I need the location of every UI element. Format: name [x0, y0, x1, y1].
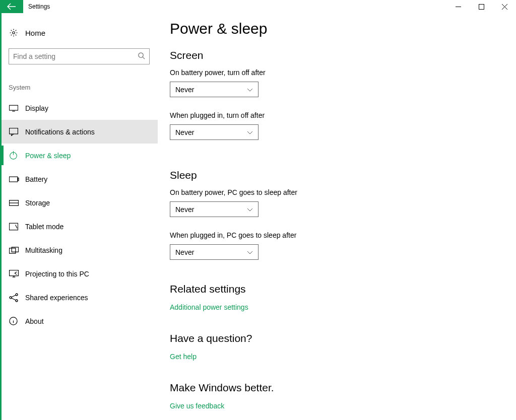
sidebar-item-about[interactable]: About	[2, 309, 158, 333]
sidebar-item-label: Projecting to this PC	[25, 270, 89, 278]
screen-plugged-label: When plugged in, turn off after	[170, 111, 492, 119]
sidebar-item-label: Notifications & actions	[25, 128, 95, 136]
dropdown-value: Never	[175, 128, 194, 136]
svg-point-15	[16, 300, 18, 302]
get-help-link[interactable]: Get help	[170, 353, 197, 361]
svg-rect-10	[9, 248, 15, 253]
sleep-heading: Sleep	[170, 169, 492, 181]
sidebar-item-notifications[interactable]: Notifications & actions	[2, 120, 158, 144]
screen-heading: Screen	[170, 49, 492, 61]
svg-point-2	[139, 53, 143, 57]
screen-plugged-dropdown[interactable]: Never	[170, 124, 259, 140]
info-icon	[9, 317, 23, 325]
close-icon	[502, 4, 507, 10]
chevron-down-icon	[247, 248, 253, 256]
chevron-down-icon	[247, 128, 253, 136]
sleep-plugged-dropdown[interactable]: Never	[170, 244, 259, 260]
sidebar-item-label: About	[25, 317, 44, 325]
svg-rect-0	[479, 4, 484, 9]
better-heading: Make Windows better.	[170, 382, 492, 394]
svg-rect-4	[10, 128, 18, 134]
search-icon	[138, 52, 145, 61]
dropdown-value: Never	[175, 205, 194, 214]
maximize-icon	[479, 4, 484, 10]
sleep-battery-dropdown[interactable]: Never	[170, 201, 259, 217]
feedback-link[interactable]: Give us feedback	[170, 402, 224, 410]
tablet-icon	[9, 223, 23, 231]
page-title: Power & sleep	[170, 20, 492, 37]
svg-rect-12	[10, 270, 19, 275]
maximize-button[interactable]	[470, 0, 493, 13]
sidebar-item-label: Tablet mode	[25, 223, 63, 231]
sidebar-item-label: Power & sleep	[25, 152, 71, 160]
search-input[interactable]	[13, 52, 138, 60]
sidebar-item-label: Multitasking	[25, 246, 62, 254]
message-icon	[9, 128, 23, 136]
main-content: Power & sleep Screen On battery power, t…	[170, 20, 492, 410]
sidebar-item-storage[interactable]: Storage	[2, 191, 158, 215]
dropdown-value: Never	[175, 86, 194, 94]
gear-icon	[9, 28, 23, 37]
svg-point-14	[16, 294, 18, 296]
projecting-icon	[9, 270, 23, 277]
battery-icon	[9, 176, 23, 182]
back-button[interactable]	[0, 0, 23, 13]
sidebar-item-label: Shared experiences	[25, 294, 88, 302]
sidebar-item-projecting[interactable]: Projecting to this PC	[2, 262, 158, 286]
sidebar-item-power-sleep[interactable]: Power & sleep	[2, 144, 158, 167]
sidebar-item-shared[interactable]: Shared experiences	[2, 286, 158, 309]
minimize-button[interactable]	[446, 0, 470, 13]
shared-icon	[9, 293, 23, 302]
screen-battery-dropdown[interactable]: Never	[170, 82, 259, 97]
multitask-icon	[9, 247, 23, 254]
svg-point-13	[10, 297, 12, 299]
chevron-down-icon	[247, 205, 253, 214]
sidebar-item-label: Display	[25, 104, 48, 112]
storage-icon	[9, 200, 23, 206]
sidebar-item-multitasking[interactable]: Multitasking	[2, 238, 158, 262]
svg-point-1	[13, 32, 15, 34]
sidebar-item-display[interactable]: Display	[2, 96, 158, 120]
sidebar-item-label: Battery	[25, 175, 47, 183]
svg-rect-6	[9, 177, 17, 182]
sidebar-item-label: Storage	[25, 199, 50, 207]
sidebar: Home System Display Notifications & acti…	[2, 20, 158, 333]
close-button[interactable]	[493, 0, 516, 13]
home-label: Home	[25, 29, 45, 37]
window-title: Settings	[28, 3, 50, 10]
screen-battery-label: On battery power, turn off after	[170, 68, 492, 77]
sidebar-home[interactable]: Home	[2, 20, 158, 45]
sidebar-group-title: System	[9, 84, 158, 91]
arrow-left-icon	[7, 3, 16, 10]
svg-rect-3	[9, 105, 18, 110]
svg-rect-7	[18, 178, 19, 180]
dropdown-value: Never	[175, 248, 194, 256]
sleep-battery-label: On battery power, PC goes to sleep after	[170, 188, 492, 196]
question-heading: Have a question?	[170, 332, 492, 344]
search-box[interactable]	[9, 48, 150, 64]
sleep-plugged-label: When plugged in, PC goes to sleep after	[170, 231, 492, 239]
power-icon	[9, 151, 23, 160]
additional-power-link[interactable]: Additional power settings	[170, 303, 248, 311]
monitor-icon	[9, 105, 23, 112]
chevron-down-icon	[247, 86, 253, 94]
sidebar-item-battery[interactable]: Battery	[2, 167, 158, 191]
minimize-icon	[456, 4, 461, 10]
sidebar-item-tablet[interactable]: Tablet mode	[2, 215, 158, 238]
related-heading: Related settings	[170, 283, 492, 295]
titlebar: Settings	[0, 0, 516, 13]
